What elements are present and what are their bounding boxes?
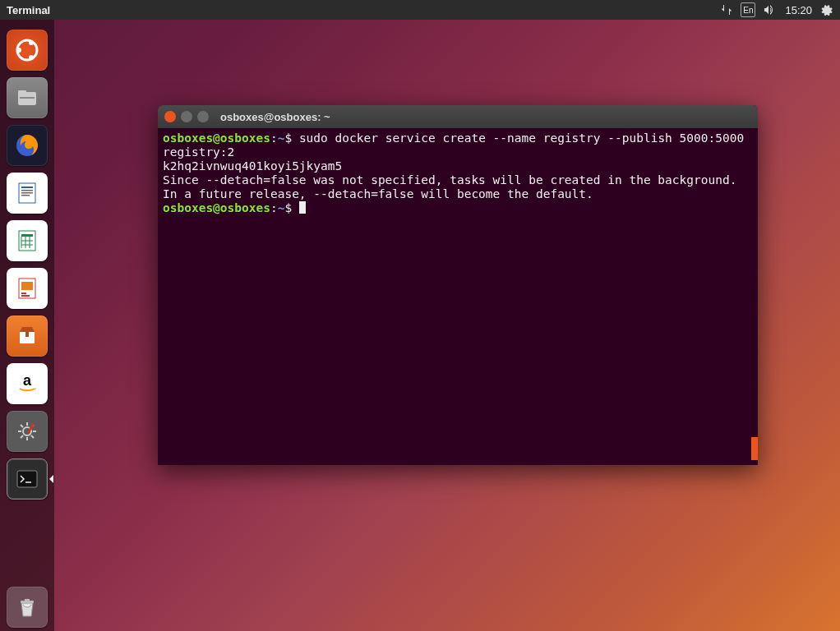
clock-indicator[interactable]: 15:20 xyxy=(785,4,812,16)
window-minimize-button[interactable] xyxy=(181,111,192,122)
software-icon xyxy=(13,322,41,350)
writer-icon xyxy=(13,179,41,207)
window-title: osboxes@osboxes: ~ xyxy=(220,111,330,123)
top-menu-bar: Terminal En 15:20 xyxy=(0,0,840,20)
svg-rect-12 xyxy=(21,195,30,196)
svg-point-3 xyxy=(29,55,34,60)
svg-point-2 xyxy=(29,40,34,45)
launcher-files[interactable] xyxy=(7,77,48,118)
network-indicator-icon[interactable] xyxy=(719,2,734,17)
svg-rect-25 xyxy=(25,332,29,337)
svg-rect-11 xyxy=(21,192,33,194)
window-titlebar[interactable]: osboxes@osboxes: ~ xyxy=(158,105,758,128)
prompt-symbol-2: $ xyxy=(284,201,292,214)
launcher-ubuntu-software[interactable] xyxy=(7,316,48,357)
svg-rect-6 xyxy=(20,97,35,99)
terminal-cursor xyxy=(299,201,306,214)
svg-point-1 xyxy=(16,48,21,53)
volume-indicator-icon[interactable] xyxy=(762,2,777,17)
impress-icon xyxy=(13,274,41,302)
launcher-libreoffice-impress[interactable] xyxy=(7,268,48,309)
launcher-amazon[interactable]: a xyxy=(7,363,48,404)
prompt-user-2: osboxes@osboxes xyxy=(163,201,270,214)
firefox-icon xyxy=(13,131,41,159)
terminal-window: osboxes@osboxes: ~ osboxes@osboxes:~$ su… xyxy=(158,105,758,465)
window-maximize-button[interactable] xyxy=(197,111,209,122)
amazon-icon: a xyxy=(13,370,41,398)
svg-rect-22 xyxy=(21,292,26,294)
launcher-libreoffice-calc[interactable] xyxy=(7,220,48,261)
launcher-dash[interactable] xyxy=(7,30,48,71)
svg-rect-14 xyxy=(21,234,33,237)
settings-icon xyxy=(13,417,41,445)
files-icon xyxy=(13,84,41,112)
prompt-sep-2: : xyxy=(270,201,278,214)
svg-rect-32 xyxy=(25,599,30,601)
terminal-output-1: k2hq2ivnwuq401koyi5jkyam5 xyxy=(163,159,342,173)
launcher-terminal[interactable] xyxy=(7,458,48,500)
terminal-output-2: Since --detach=false was not specified, … xyxy=(163,173,736,187)
svg-rect-9 xyxy=(21,187,33,188)
svg-rect-5 xyxy=(18,90,26,94)
unity-launcher: a xyxy=(0,20,54,631)
window-close-button[interactable] xyxy=(164,111,176,122)
svg-rect-29 xyxy=(17,471,37,487)
keyboard-language-indicator[interactable]: En xyxy=(741,2,755,17)
svg-rect-21 xyxy=(21,282,33,290)
terminal-icon xyxy=(13,465,41,493)
svg-rect-10 xyxy=(21,190,33,191)
system-gear-icon[interactable] xyxy=(819,2,833,17)
svg-rect-23 xyxy=(21,295,30,297)
launcher-system-settings[interactable] xyxy=(7,411,48,452)
terminal-scrollbar-thumb[interactable] xyxy=(751,437,758,460)
svg-rect-31 xyxy=(21,601,34,603)
prompt-symbol: $ xyxy=(284,131,292,145)
terminal-body[interactable]: osboxes@osboxes:~$ sudo docker service c… xyxy=(158,128,758,465)
trash-icon xyxy=(13,593,41,621)
ubuntu-icon xyxy=(13,36,41,64)
calc-icon xyxy=(13,227,41,255)
prompt-sep: : xyxy=(270,131,278,145)
prompt-user: osboxes@osboxes xyxy=(163,131,270,145)
launcher-firefox[interactable] xyxy=(7,125,48,166)
active-app-label: Terminal xyxy=(7,4,50,16)
launcher-trash[interactable] xyxy=(7,587,48,628)
terminal-output-3: In a future release, --detach=false will… xyxy=(163,187,593,200)
svg-text:a: a xyxy=(23,372,32,389)
launcher-libreoffice-writer[interactable] xyxy=(7,173,48,214)
